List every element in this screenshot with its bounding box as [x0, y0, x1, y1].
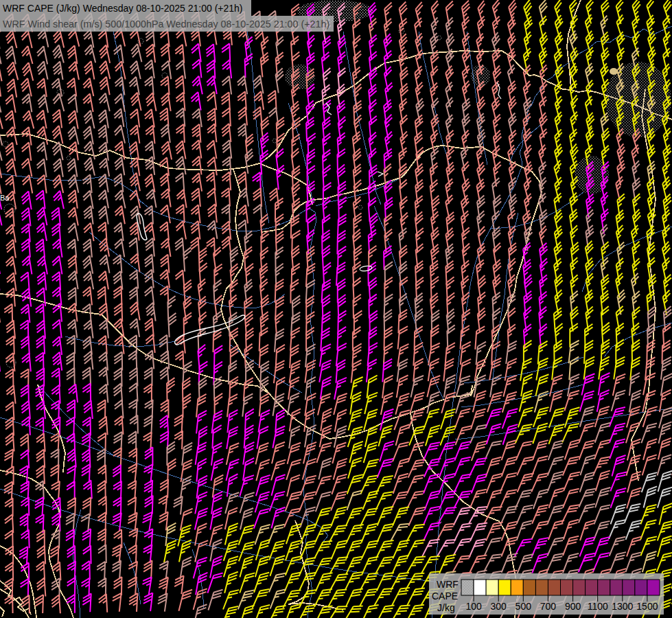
svg-text:WRF Wind shear (m/s) 500/1000h: WRF Wind shear (m/s) 500/1000hPa Wednesd…: [3, 19, 329, 30]
svg-text:300: 300: [491, 601, 507, 612]
svg-text:700: 700: [540, 601, 557, 612]
svg-text:1500: 1500: [636, 601, 658, 612]
svg-text:100: 100: [465, 601, 482, 612]
svg-text:J/kg: J/kg: [437, 602, 455, 613]
svg-text:900: 900: [565, 601, 581, 612]
svg-text:WRF CAPE (J/kg) Wednesday 08-1: WRF CAPE (J/kg) Wednesday 08-10-2025 21:…: [3, 3, 243, 14]
svg-text:WRF: WRF: [437, 579, 459, 590]
svg-text:CAPE: CAPE: [432, 591, 458, 602]
svg-text:500: 500: [515, 601, 532, 612]
svg-text:Ba: Ba: [0, 194, 10, 202]
svg-text:1100: 1100: [588, 601, 608, 612]
svg-text:1300: 1300: [612, 601, 633, 612]
